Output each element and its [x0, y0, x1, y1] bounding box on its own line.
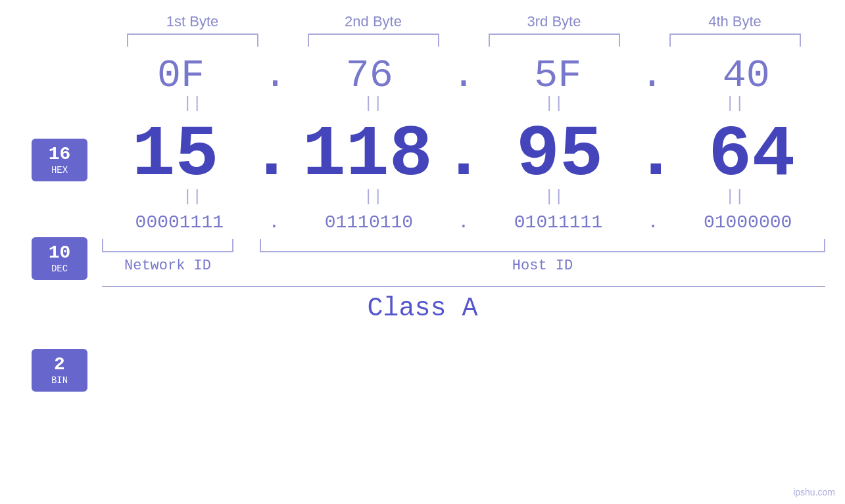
bin-dot1: .: [268, 212, 279, 233]
dec-dot3: .: [634, 119, 677, 191]
class-label: Class A: [0, 294, 845, 323]
dec-byte2: 118: [302, 119, 433, 191]
eq2-b2: ||: [308, 188, 439, 206]
eq2-b3: ||: [489, 188, 620, 206]
byte4-header: 4th Byte: [669, 13, 801, 30]
id-labels: Network ID Host ID: [0, 258, 845, 274]
bottom-bracket-container: [102, 239, 825, 252]
eq2-b1: ||: [127, 188, 258, 206]
bin-byte1: 00001111: [114, 212, 245, 233]
hex-row: 0F . 76 . 5F . 40: [0, 53, 845, 98]
id-labels-inner: Network ID Host ID: [102, 258, 825, 274]
bracket-top-4: [669, 34, 801, 47]
network-id-label: Network ID: [102, 258, 233, 274]
hex-byte1: 0F: [115, 53, 247, 98]
dec-byte3: 95: [494, 119, 625, 191]
dec-byte1: 15: [110, 119, 241, 191]
hex-values: 0F . 76 . 5F . 40: [102, 53, 825, 98]
dec-row: 15 . 118 . 95 . 64: [0, 119, 845, 191]
host-id-label: Host ID: [260, 258, 825, 274]
network-bracket: [102, 239, 233, 252]
bin-row: 00001111 . 01110110 . 01011111 . 0100000…: [0, 212, 845, 233]
dec-byte4: 64: [686, 119, 817, 191]
bin-badge: 2 BIN: [32, 349, 87, 392]
hex-dot1: .: [263, 53, 287, 98]
bin-byte2: 01110110: [303, 212, 435, 233]
eq1-b4: ||: [669, 95, 801, 112]
byte3-header: 3rd Byte: [489, 13, 620, 30]
byte2-header: 2nd Byte: [308, 13, 439, 30]
class-bar: [102, 286, 825, 287]
bin-byte3: 01011111: [493, 212, 624, 233]
eq1-b1: ||: [127, 95, 258, 112]
dec-values: 15 . 118 . 95 . 64: [102, 119, 825, 191]
bin-dot2: .: [458, 212, 470, 233]
content-area: 16 HEX 10 DEC 2 BIN 0F . 76 . 5F . 40: [0, 47, 845, 323]
bracket-top-1: [127, 34, 258, 47]
bracket-top-2: [308, 34, 439, 47]
eq2-b4: ||: [669, 188, 801, 206]
dec-badge-text: DEC: [51, 263, 68, 274]
bin-byte4: 01000000: [682, 212, 813, 233]
dec-badge-number: 10: [49, 243, 71, 263]
bracket-top-3: [489, 34, 620, 47]
main-container: 1st Byte 2nd Byte 3rd Byte 4th Byte 16 H…: [0, 0, 845, 504]
dec-badge: 10 DEC: [32, 237, 87, 280]
dec-dot2: .: [442, 119, 485, 191]
hex-byte3: 5F: [492, 53, 623, 98]
hex-badge-text: HEX: [51, 165, 68, 175]
byte-headers: 1st Byte 2nd Byte 3rd Byte 4th Byte: [0, 13, 845, 30]
hex-dot2: .: [452, 53, 475, 98]
eq1-b2: ||: [308, 95, 439, 112]
equals-row-1: || || || ||: [0, 95, 845, 112]
dec-dot1: .: [250, 119, 293, 191]
bin-dot3: .: [648, 212, 659, 233]
top-brackets: [0, 34, 845, 47]
bottom-brackets-row: [0, 239, 845, 252]
watermark: ipshu.com: [793, 487, 835, 497]
bin-values: 00001111 . 01110110 . 01011111 . 0100000…: [102, 212, 825, 233]
bin-badge-number: 2: [54, 355, 65, 375]
host-bracket: [260, 239, 825, 252]
byte1-header: 1st Byte: [127, 13, 258, 30]
bin-badge-text: BIN: [51, 375, 68, 386]
hex-badge-number: 16: [49, 145, 71, 165]
hex-byte2: 76: [304, 53, 435, 98]
equals-row-2: || || || ||: [0, 188, 845, 206]
hex-byte4: 40: [681, 53, 812, 98]
hex-dot3: .: [640, 53, 664, 98]
hex-badge: 16 HEX: [32, 139, 87, 181]
eq1-b3: ||: [489, 95, 620, 112]
